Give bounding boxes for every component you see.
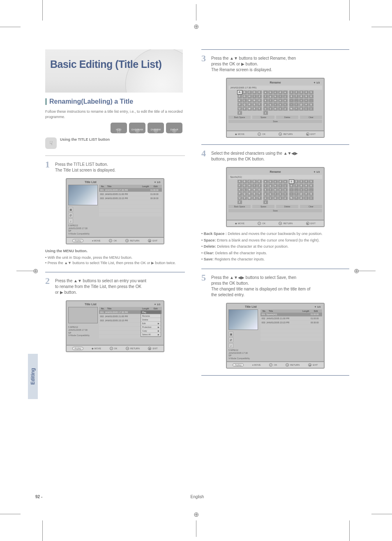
kbd-key: X bbox=[252, 107, 257, 111]
kbd-key: 6 bbox=[289, 184, 294, 188]
kbd-key: F bbox=[238, 95, 242, 98]
kbd-key: B bbox=[242, 180, 247, 183]
edit-menu-item: Delete bbox=[141, 318, 161, 322]
kbd-key: = bbox=[304, 99, 309, 102]
kbd-key: f bbox=[263, 95, 268, 98]
divider bbox=[45, 156, 185, 156]
kbd-key: V bbox=[242, 196, 247, 200]
kbd-key: s bbox=[278, 192, 283, 196]
kbd-key: g bbox=[268, 95, 273, 98]
kbd-key: m bbox=[273, 99, 278, 102]
dvd-ram-icon: DVD-RAM bbox=[129, 123, 145, 133]
kbd-key: Y bbox=[257, 196, 262, 200]
step-3-body: Press the ▲▼ buttons to select Rename, t… bbox=[211, 54, 349, 73]
kbd-key: 1 bbox=[289, 91, 294, 94]
kbd-key: f bbox=[263, 184, 268, 188]
kbd-key: 2 bbox=[294, 180, 299, 183]
kbd-key: % bbox=[289, 107, 294, 111]
edit-menu-item: Copy▶ bbox=[141, 329, 161, 333]
kbd-key: V bbox=[242, 107, 247, 111]
kbd-key: P bbox=[238, 103, 242, 107]
kbd-key: 9 bbox=[304, 95, 309, 98]
hand-label: Using the TITLE LIST button bbox=[60, 137, 110, 142]
mini-icon-3: ♪ bbox=[68, 218, 73, 223]
kbd-key: l bbox=[268, 188, 273, 192]
kbd-key: 7 bbox=[294, 184, 299, 188]
kbd-key: b bbox=[268, 91, 273, 94]
kbd-key: U bbox=[238, 196, 242, 200]
step-divider bbox=[45, 272, 185, 272]
kbd-key: + bbox=[299, 99, 304, 102]
kbd-key: A bbox=[238, 91, 242, 94]
kbd-key: e bbox=[283, 91, 288, 94]
table-row: 003JAN/01/2005 23:15 PR00:30:00 bbox=[99, 196, 162, 200]
kbd-key: C bbox=[247, 91, 252, 94]
kbd-key: n bbox=[278, 99, 283, 102]
kbd-key: X bbox=[252, 196, 257, 200]
kbd-key: m bbox=[273, 188, 278, 192]
kbd-key: P bbox=[238, 192, 242, 196]
kbd-key: k bbox=[263, 188, 268, 192]
kbd-key: h bbox=[273, 184, 278, 188]
kbd-key: R bbox=[247, 192, 252, 196]
step-4-number: 4 bbox=[201, 149, 211, 158]
kbd-key: O bbox=[257, 99, 262, 102]
kbd-key: & bbox=[299, 107, 304, 111]
kbd-key: y bbox=[283, 196, 288, 200]
kbd-key: 8 bbox=[299, 95, 304, 98]
kbd-key: 4 bbox=[304, 180, 309, 183]
screenshot-summary: Title List ✦ 1/3 ▣ Ø ♪ 5 MPEG2 JAN/02/20… bbox=[226, 303, 325, 369]
kbd-key: x bbox=[278, 107, 283, 111]
kbd-key: U bbox=[238, 107, 242, 111]
kbd-key: d bbox=[278, 91, 283, 94]
menu-alt-1: With the unit in Stop mode, press the ME… bbox=[48, 255, 133, 260]
kbd-key: & bbox=[299, 196, 304, 200]
kbd-key: F bbox=[238, 184, 242, 188]
kbd-key: C bbox=[247, 180, 252, 183]
kbd-key: ~ bbox=[289, 103, 294, 107]
table-row: 001JAN/01/2005 17:30 PR01:00:00 bbox=[99, 188, 162, 192]
kbd-key: A bbox=[238, 180, 242, 183]
kbd-key: B bbox=[242, 91, 247, 94]
kbd-key: 5 bbox=[309, 91, 314, 94]
kbd-key: S bbox=[252, 192, 257, 196]
kbd-key: H bbox=[247, 95, 252, 98]
step-3-number: 3 bbox=[201, 54, 211, 63]
kbd-key: g bbox=[268, 184, 273, 188]
kbd-key: ) bbox=[309, 196, 314, 200]
kbd-key: H bbox=[247, 184, 252, 188]
kbd-key: _ bbox=[294, 99, 299, 102]
kbd-key: h bbox=[273, 95, 278, 98]
kbd-key: j bbox=[283, 95, 288, 98]
kbd-key: Q bbox=[242, 103, 247, 107]
table-row: 003JAN/01/2005 23:15 PR00:30:00 bbox=[261, 321, 322, 325]
kbd-key: u bbox=[263, 196, 268, 200]
kbd-key: k bbox=[263, 99, 268, 102]
kbd-key: ^ bbox=[294, 196, 299, 200]
kbd-key: @ bbox=[299, 192, 304, 196]
kbd-key: . bbox=[309, 99, 314, 102]
kbd-key: u bbox=[263, 107, 268, 111]
edit-menu-item: Protection▶ bbox=[141, 325, 161, 329]
edit-menu-item: Edit▶ bbox=[141, 322, 161, 325]
kbd-key: G bbox=[242, 95, 247, 98]
kbd-key: w bbox=[273, 107, 278, 111]
edit-menu-item: Select All▶ bbox=[141, 333, 161, 337]
kbd-key: W bbox=[247, 107, 252, 111]
kbd-key: D bbox=[252, 180, 257, 183]
kbd-key: E bbox=[257, 180, 262, 183]
kbd-key: o bbox=[283, 99, 288, 102]
kbd-key: v bbox=[268, 196, 273, 200]
kbd-key: 0 bbox=[309, 95, 314, 98]
kbd-key: G bbox=[242, 184, 247, 188]
reg-mark-left-icon: ⊕ bbox=[33, 267, 38, 274]
kbd-key: ! bbox=[294, 103, 299, 107]
menu-alt-heading: Using the MENU button. bbox=[45, 248, 185, 254]
kbd-key: t bbox=[283, 103, 288, 107]
kbd-key: 6 bbox=[289, 95, 294, 98]
step-1-number: 1 bbox=[45, 160, 55, 169]
kbd-key: p bbox=[263, 192, 268, 196]
page-number: 92 - bbox=[35, 495, 42, 499]
step-5-number: 5 bbox=[201, 273, 211, 282]
preview-thumbnail-summary bbox=[228, 309, 258, 330]
